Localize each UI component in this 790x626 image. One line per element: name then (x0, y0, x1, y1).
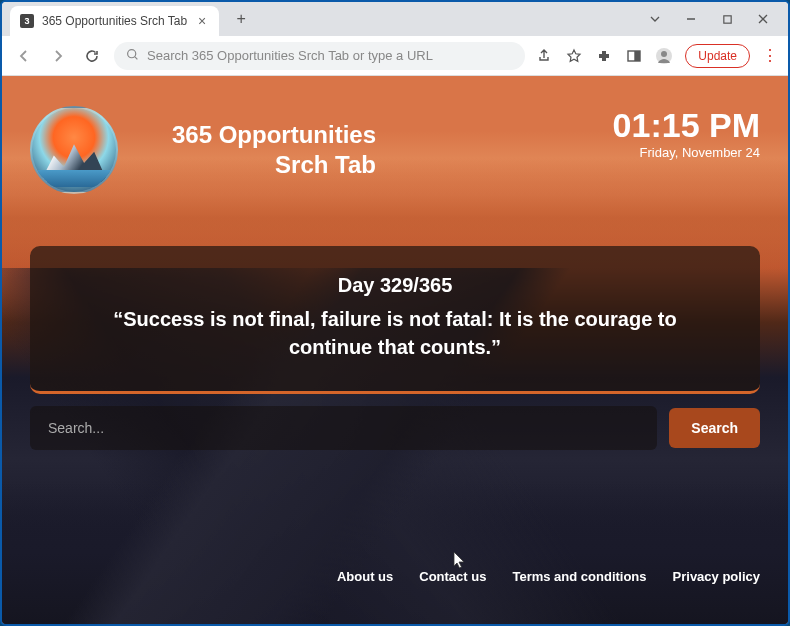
window-controls (646, 10, 780, 28)
browser-tab[interactable]: 3 365 Opportunities Srch Tab × (10, 6, 219, 36)
sidepanel-icon[interactable] (625, 47, 643, 65)
titlebar: 3 365 Opportunities Srch Tab × + (2, 2, 788, 36)
footer-links: About us Contact us Terms and conditions… (30, 569, 760, 594)
logo-icon (30, 106, 118, 194)
reload-button[interactable] (80, 44, 104, 68)
footer-link-about[interactable]: About us (337, 569, 393, 584)
browser-window: 3 365 Opportunities Srch Tab × + (0, 0, 790, 626)
page-content: 365 Opportunities Srch Tab 01:15 PM Frid… (2, 76, 788, 624)
maximize-icon[interactable] (718, 10, 736, 28)
omnibox-placeholder: Search 365 Opportunities Srch Tab or typ… (147, 48, 433, 63)
search-row: Search (30, 406, 760, 450)
svg-rect-0 (723, 15, 730, 22)
quote-box: Day 329/365 “Success is not final, failu… (30, 246, 760, 394)
search-input[interactable] (30, 406, 657, 450)
bookmark-icon[interactable] (565, 47, 583, 65)
svg-rect-3 (635, 51, 640, 61)
address-bar: Search 365 Opportunities Srch Tab or typ… (2, 36, 788, 76)
omnibox[interactable]: Search 365 Opportunities Srch Tab or typ… (114, 42, 525, 70)
footer-link-terms[interactable]: Terms and conditions (512, 569, 646, 584)
minimize-icon[interactable] (682, 10, 700, 28)
footer-link-privacy[interactable]: Privacy policy (673, 569, 760, 584)
search-button[interactable]: Search (669, 408, 760, 448)
favicon: 3 (20, 14, 34, 28)
clock-time: 01:15 PM (613, 106, 760, 145)
share-icon[interactable] (535, 47, 553, 65)
svg-point-1 (128, 49, 136, 57)
footer-link-contact[interactable]: Contact us (419, 569, 486, 584)
extensions-icon[interactable] (595, 47, 613, 65)
brand-title: 365 Opportunities Srch Tab (136, 120, 376, 180)
quote-day: Day 329/365 (70, 274, 720, 297)
tab-title: 365 Opportunities Srch Tab (42, 14, 187, 28)
clock: 01:15 PM Friday, November 24 (613, 106, 760, 160)
forward-button[interactable] (46, 44, 70, 68)
close-tab-icon[interactable]: × (195, 14, 209, 28)
svg-point-5 (661, 51, 667, 57)
menu-icon[interactable]: ⋮ (762, 46, 778, 65)
brand: 365 Opportunities Srch Tab (30, 106, 376, 194)
profile-icon[interactable] (655, 47, 673, 65)
clock-date: Friday, November 24 (613, 145, 760, 160)
update-button[interactable]: Update (685, 44, 750, 68)
close-icon[interactable] (754, 10, 772, 28)
dropdown-icon[interactable] (646, 10, 664, 28)
search-icon (126, 48, 139, 64)
back-button[interactable] (12, 44, 36, 68)
new-tab-button[interactable]: + (227, 5, 255, 33)
quote-text: “Success is not final, failure is not fa… (70, 305, 720, 361)
